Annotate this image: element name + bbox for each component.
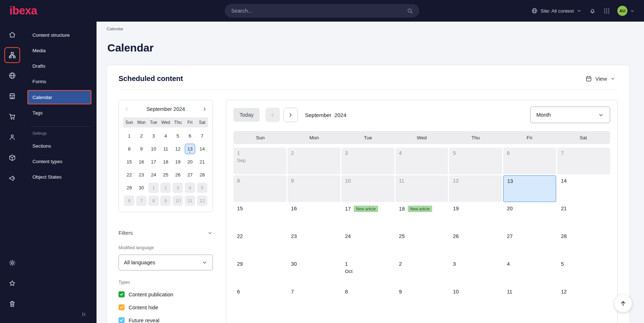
mini-calendar-day[interactable]: 22 <box>123 169 135 181</box>
calendar-prev-button[interactable] <box>265 108 280 122</box>
event-badge[interactable]: New article <box>354 206 378 212</box>
sidebar-item-forms[interactable]: Forms <box>24 74 97 89</box>
mini-calendar-day[interactable]: 16 <box>135 156 148 168</box>
calendar-day-cell[interactable]: 25 <box>395 231 448 257</box>
calendar-day-cell[interactable]: 26 <box>449 231 502 257</box>
mini-calendar-day[interactable]: 19 <box>172 156 184 168</box>
nav-home-button[interactable] <box>4 27 20 42</box>
mini-calendar-day[interactable]: 7 <box>196 130 208 142</box>
mini-calendar-day[interactable]: 10 <box>147 143 160 155</box>
calendar-day-cell[interactable]: 5 <box>449 148 502 174</box>
today-button[interactable]: Today <box>233 108 260 122</box>
calendar-day-cell[interactable]: 29 <box>233 259 286 285</box>
calendar-day-cell[interactable]: 17New article <box>341 203 394 230</box>
nav-settings-button[interactable] <box>4 255 20 271</box>
calendar-day-cell[interactable]: 9 <box>395 286 448 313</box>
mini-calendar-day[interactable]: 1 <box>147 181 160 194</box>
mini-calendar-day[interactable]: 20 <box>184 156 196 168</box>
calendar-day-cell[interactable]: 6 <box>233 286 286 313</box>
nav-store-button[interactable] <box>4 88 20 104</box>
apps-grid-icon[interactable] <box>603 8 610 14</box>
calendar-day-cell[interactable]: 10 <box>449 286 502 313</box>
view-dropdown-button[interactable]: View <box>583 75 618 82</box>
mini-calendar-day[interactable]: 1 <box>123 130 135 142</box>
mini-calendar-day[interactable]: 2 <box>160 181 172 194</box>
nav-commerce-button[interactable] <box>4 109 20 125</box>
calendar-day-cell[interactable]: 21 <box>557 203 610 230</box>
filters-toggle[interactable]: Filters <box>118 230 213 236</box>
checkbox-checked-icon[interactable] <box>118 291 125 297</box>
calendar-day-cell[interactable]: 19 <box>449 203 502 230</box>
calendar-day-cell[interactable]: 18New article <box>395 203 448 230</box>
sidebar-collapse-button[interactable] <box>79 311 89 318</box>
mini-calendar-day[interactable]: 25 <box>160 169 172 181</box>
avatar[interactable]: AU <box>617 6 627 16</box>
calendar-day-cell[interactable]: 23 <box>287 231 340 257</box>
mini-calendar-day[interactable]: 3 <box>147 130 160 142</box>
mini-calendar-day[interactable]: 15 <box>123 156 135 168</box>
calendar-day-cell[interactable]: 7 <box>287 286 340 313</box>
mini-calendar-day[interactable]: 6 <box>184 130 196 142</box>
mini-calendar-day[interactable]: 24 <box>147 169 160 181</box>
calendar-day-cell[interactable]: 27 <box>503 231 556 257</box>
sidebar-item-object-states[interactable]: Object States <box>24 169 97 185</box>
calendar-day-cell[interactable]: 30 <box>287 259 340 285</box>
language-select[interactable]: All languages <box>118 255 213 270</box>
search-input[interactable] <box>231 8 407 14</box>
site-context-selector[interactable]: Site: All context <box>531 8 582 14</box>
calendar-day-cell[interactable]: 2 <box>395 259 448 285</box>
calendar-day-cell[interactable]: 11 <box>395 175 448 202</box>
calendar-day-cell[interactable]: 4 <box>395 148 448 174</box>
mini-calendar-day[interactable]: 11 <box>160 143 172 155</box>
mini-calendar-day[interactable]: 6 <box>123 194 135 207</box>
calendar-day-cell[interactable]: 8 <box>341 286 394 313</box>
mini-calendar-day[interactable]: 11 <box>184 194 196 207</box>
mini-calendar-day[interactable]: 2 <box>135 130 148 142</box>
calendar-day-cell[interactable]: 11 <box>503 286 556 313</box>
calendar-day-cell[interactable]: 20 <box>503 203 556 230</box>
mini-calendar-day[interactable]: 4 <box>160 130 172 142</box>
sidebar-item-media[interactable]: Media <box>24 43 97 58</box>
calendar-day-cell[interactable]: 6 <box>503 148 556 174</box>
mini-calendar-day[interactable]: 21 <box>196 156 208 168</box>
calendar-day-cell[interactable]: 3 <box>341 148 394 174</box>
nav-marketing-button[interactable] <box>4 170 20 186</box>
mini-calendar-day[interactable]: 29 <box>123 181 135 194</box>
mini-calendar-day[interactable]: 9 <box>135 143 148 155</box>
mini-calendar-day[interactable]: 13 <box>184 143 196 155</box>
calendar-day-cell[interactable]: 1Oct <box>341 259 394 285</box>
calendar-day-cell[interactable]: 15 <box>233 203 286 230</box>
checkbox-checked-icon[interactable] <box>118 304 125 310</box>
mini-calendar-day[interactable]: 3 <box>172 181 184 194</box>
nav-content-structure-button[interactable] <box>4 47 20 63</box>
calendar-day-cell[interactable]: 5 <box>557 259 610 285</box>
calendar-day-cell[interactable]: 22 <box>233 231 286 257</box>
sidebar-item-sections[interactable]: Sections <box>24 138 97 154</box>
mini-calendar-day[interactable]: 23 <box>135 169 148 181</box>
calendar-day-cell[interactable]: 13 <box>503 175 556 202</box>
calendar-view-mode-select[interactable]: Month <box>530 107 610 123</box>
mini-calendar-day[interactable]: 27 <box>184 169 196 181</box>
calendar-day-cell[interactable]: 4 <box>503 259 556 285</box>
mini-calendar-day[interactable]: 12 <box>172 143 184 155</box>
nav-product-catalog-button[interactable] <box>4 150 20 166</box>
calendar-next-button[interactable] <box>283 108 298 122</box>
sidebar-item-tags[interactable]: Tags <box>24 105 97 121</box>
mini-calendar-day[interactable]: 26 <box>172 169 184 181</box>
mini-calendar-prev-button[interactable] <box>124 106 130 112</box>
mini-calendar-day[interactable]: 8 <box>147 194 160 207</box>
notifications-bell-icon[interactable] <box>589 7 596 14</box>
mini-calendar-day[interactable]: 14 <box>196 143 208 155</box>
search-icon[interactable] <box>407 8 413 14</box>
mini-calendar-day[interactable]: 7 <box>135 194 148 207</box>
mini-calendar-day[interactable]: 4 <box>184 181 196 194</box>
calendar-day-cell[interactable]: 24 <box>341 231 394 257</box>
mini-calendar-day[interactable]: 9 <box>160 194 172 207</box>
mini-calendar-day[interactable]: 30 <box>135 181 148 194</box>
global-search[interactable] <box>225 4 419 18</box>
nav-site-button[interactable] <box>4 68 20 84</box>
nav-favorites-button[interactable] <box>4 275 20 291</box>
calendar-day-cell[interactable]: 10 <box>341 175 394 202</box>
mini-calendar-day[interactable]: 17 <box>147 156 160 168</box>
calendar-day-cell[interactable]: 12 <box>557 286 610 313</box>
